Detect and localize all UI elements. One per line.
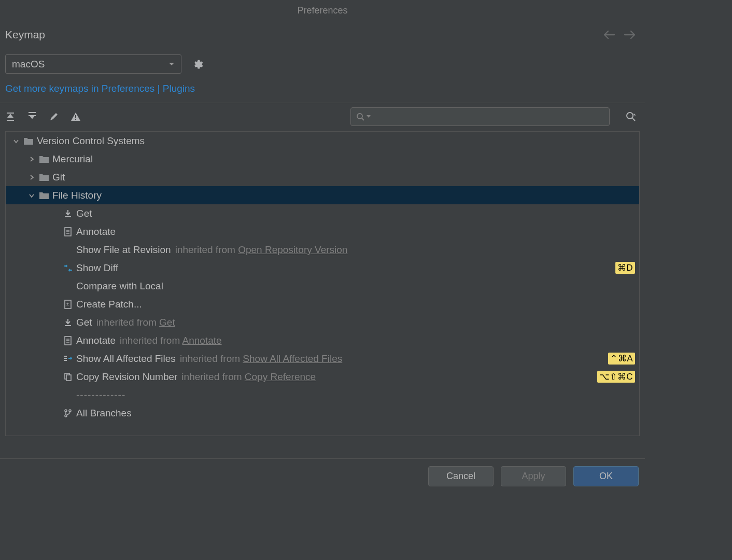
get-more-keymaps-link[interactable]: Get more keymaps in Preferences | Plugin…	[5, 83, 195, 94]
svg-line-5	[632, 118, 635, 121]
action-label: Show File at Revision	[76, 244, 171, 256]
apply-button[interactable]: Apply	[501, 466, 566, 486]
forward-arrow-icon[interactable]	[624, 31, 636, 39]
action-show-file-at-revision[interactable]: Show File at Revision inherited from Ope…	[6, 241, 639, 259]
ok-button[interactable]: OK	[573, 466, 639, 486]
warning-icon[interactable]	[71, 111, 81, 122]
search-input-container[interactable]	[350, 107, 610, 126]
inherited-link[interactable]: Annotate	[182, 335, 221, 346]
edit-icon[interactable]	[49, 111, 59, 122]
inherited-text: inherited from Show All Affected Files	[180, 353, 342, 365]
annotate-icon	[62, 227, 74, 236]
inherited-text: inherited from Annotate	[120, 335, 221, 346]
folder-icon	[38, 173, 50, 181]
page-title: Keymap	[5, 29, 45, 41]
download-icon	[62, 318, 74, 327]
svg-rect-20	[66, 375, 71, 381]
action-create-patch[interactable]: ± Create Patch...	[6, 295, 639, 313]
action-copy-revision-number[interactable]: Copy Revision Number inherited from Copy…	[6, 368, 639, 386]
svg-point-2	[357, 114, 362, 119]
action-label: Compare with Local	[76, 281, 163, 292]
svg-point-23	[65, 415, 67, 417]
tree-label: File History	[52, 190, 102, 201]
footer: Cancel Apply OK	[0, 458, 645, 494]
keymap-select-value: macOS	[12, 59, 45, 70]
folder-icon	[38, 155, 50, 163]
action-get-inherited[interactable]: Get inherited from Get	[6, 313, 639, 331]
tree-label: Git	[52, 172, 65, 183]
tree-node-mercurial[interactable]: Mercurial	[6, 150, 639, 168]
find-by-shortcut-icon[interactable]	[625, 111, 637, 122]
keymap-select[interactable]: macOS	[5, 54, 181, 74]
action-label: Annotate	[76, 335, 116, 346]
action-separator[interactable]: -------------	[6, 386, 639, 404]
search-input[interactable]	[374, 112, 604, 121]
svg-point-22	[69, 410, 71, 412]
tree-label: Version Control Systems	[37, 135, 145, 147]
shortcut-badge: ⌃⌘A	[608, 353, 635, 365]
action-show-diff[interactable]: Show Diff ⌘D	[6, 259, 639, 277]
patch-icon: ±	[62, 300, 74, 309]
action-label: Copy Revision Number	[76, 371, 177, 383]
tree-node-git[interactable]: Git	[6, 168, 639, 186]
chevron-down-icon	[10, 138, 22, 144]
cancel-button[interactable]: Cancel	[428, 466, 494, 486]
action-label: -------------	[76, 389, 125, 401]
inherited-text: inherited from Open Repository Version	[175, 244, 348, 256]
diff-icon	[62, 264, 74, 272]
action-label: Show Diff	[76, 262, 118, 274]
branch-icon	[62, 409, 74, 418]
expand-all-icon[interactable]	[5, 111, 16, 122]
affected-files-icon	[62, 354, 74, 363]
action-annotate[interactable]: Annotate	[6, 222, 639, 241]
shortcut-badge: ⌘D	[615, 262, 635, 274]
svg-text:±: ±	[66, 301, 69, 306]
gear-icon[interactable]	[192, 59, 203, 70]
action-label: Get	[76, 208, 92, 219]
svg-point-4	[627, 113, 633, 119]
inherited-text: inherited from Get	[96, 317, 175, 328]
svg-rect-0	[75, 115, 76, 118]
inherited-link[interactable]: Open Repository Version	[238, 244, 347, 255]
header: Keymap	[0, 19, 645, 45]
action-label: All Branches	[76, 408, 132, 419]
inherited-link[interactable]: Copy Reference	[245, 371, 316, 382]
shortcut-badge: ⌥⇧⌘C	[597, 371, 635, 383]
svg-rect-1	[75, 119, 76, 120]
svg-line-3	[362, 118, 364, 120]
chevron-right-icon	[25, 156, 38, 162]
tree-node-file-history[interactable]: File History	[6, 186, 639, 204]
toolbar-left	[5, 111, 81, 122]
tree-node-vcs[interactable]: Version Control Systems	[6, 132, 639, 150]
svg-point-21	[65, 410, 67, 412]
back-arrow-icon[interactable]	[603, 31, 615, 39]
keymap-tree: Version Control Systems Mercurial Git Fi…	[5, 131, 640, 436]
download-icon	[62, 209, 74, 218]
action-get[interactable]: Get	[6, 204, 639, 222]
action-label: Annotate	[76, 226, 116, 237]
inherited-link[interactable]: Show All Affected Files	[243, 353, 342, 364]
actions-toolbar	[0, 103, 645, 130]
action-show-all-affected-files[interactable]: Show All Affected Files inherited from S…	[6, 349, 639, 368]
folder-icon	[22, 137, 35, 145]
copy-icon	[62, 372, 74, 382]
action-compare-with-local[interactable]: Compare with Local	[6, 277, 639, 295]
keymap-controls: macOS	[0, 45, 645, 74]
window-title: Preferences	[0, 0, 645, 19]
chevron-down-icon	[367, 115, 371, 118]
tree-label: Mercurial	[52, 153, 93, 165]
action-label: Create Patch...	[76, 299, 142, 310]
chevron-down-icon	[25, 192, 38, 199]
nav-arrows	[603, 31, 640, 39]
action-annotate-inherited[interactable]: Annotate inherited from Annotate	[6, 331, 639, 349]
folder-icon	[38, 191, 50, 200]
promo-text: Get more keymaps in Preferences | Plugin…	[0, 74, 645, 101]
chevron-down-icon	[168, 62, 175, 66]
collapse-all-icon[interactable]	[27, 111, 37, 122]
annotate-icon	[62, 336, 74, 345]
inherited-link[interactable]: Get	[159, 317, 175, 328]
search-icon	[356, 113, 364, 121]
action-label: Show All Affected Files	[76, 353, 176, 365]
inherited-text: inherited from Copy Reference	[181, 371, 316, 383]
action-all-branches[interactable]: All Branches	[6, 404, 639, 422]
